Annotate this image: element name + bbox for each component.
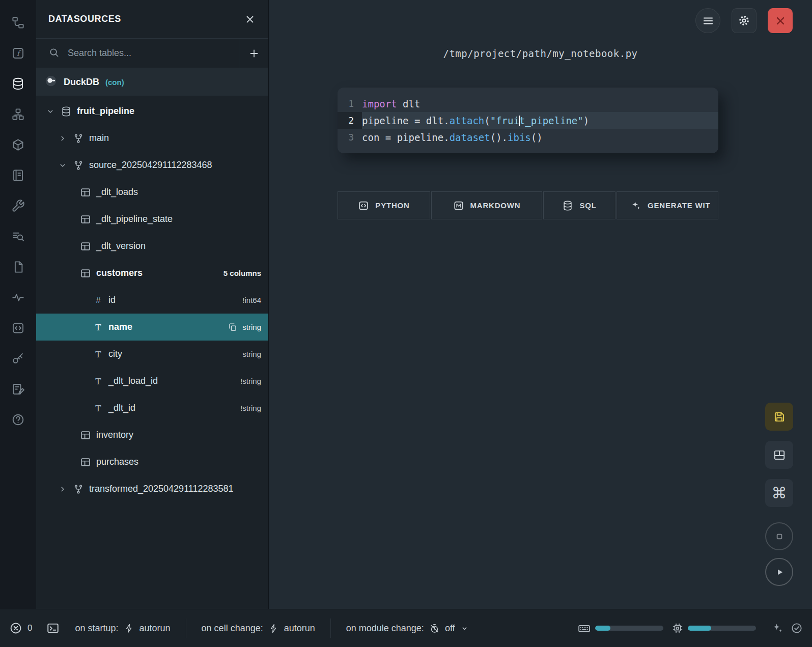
scratchpad-icon[interactable] bbox=[8, 379, 29, 399]
add-sql-cell-button[interactable]: SQL bbox=[543, 191, 615, 219]
table-icon bbox=[80, 268, 91, 279]
tree-row-table[interactable]: purchases bbox=[36, 448, 268, 475]
code-cell[interactable]: 1 import dlt 2 pipeline = dlt.attach("fr… bbox=[338, 88, 718, 153]
schema-icon bbox=[73, 133, 84, 144]
save-icon bbox=[773, 410, 786, 424]
close-panel-button[interactable] bbox=[244, 13, 256, 25]
stop-button[interactable] bbox=[765, 522, 793, 550]
lightning-icon bbox=[124, 623, 134, 634]
datasources-panel: DATASOURCES DuckDB (con) fruit_pi bbox=[36, 0, 269, 609]
logs-icon[interactable] bbox=[8, 226, 29, 246]
snippets-icon[interactable] bbox=[8, 318, 29, 338]
add-python-cell-button[interactable]: PYTHON bbox=[338, 191, 430, 219]
terminal-button[interactable] bbox=[46, 622, 60, 635]
connection-status-icon[interactable] bbox=[791, 622, 803, 634]
close-app-button[interactable] bbox=[768, 8, 793, 33]
tree-row-column[interactable]: T city string bbox=[36, 341, 268, 368]
add-cell-buttons: PYTHON MARKDOWN SQL GENERATE WIT bbox=[338, 191, 718, 219]
chevron-down-icon[interactable] bbox=[58, 160, 68, 171]
on-cell-change-setting[interactable]: on cell change: autorun bbox=[186, 623, 330, 634]
chevron-down-icon bbox=[460, 624, 469, 633]
connection-row[interactable]: DuckDB (con) bbox=[36, 68, 268, 96]
tree-row-column-selected[interactable]: T name string bbox=[36, 314, 268, 341]
on-startup-setting[interactable]: on startup: autorun bbox=[60, 623, 185, 634]
tree-label: main bbox=[89, 133, 109, 144]
floating-action-stack: ⌘ bbox=[765, 403, 793, 586]
code-line[interactable]: 3 con = pipeline.dataset().ibis() bbox=[338, 129, 718, 146]
on-module-change-value: off bbox=[445, 623, 455, 634]
tree-row-column[interactable]: T _dlt_id !string bbox=[36, 395, 268, 421]
sparkle-icon bbox=[630, 200, 641, 211]
schema-tree: fruit_pipeline main source_2025042911122… bbox=[36, 96, 268, 609]
search-icon bbox=[48, 47, 60, 60]
tree-row-database[interactable]: fruit_pipeline bbox=[36, 98, 268, 125]
tools-icon[interactable] bbox=[8, 195, 29, 216]
text-column-icon: T bbox=[93, 322, 103, 332]
functions-icon[interactable] bbox=[8, 43, 29, 63]
text-column-icon: T bbox=[93, 349, 103, 359]
datasources-icon[interactable] bbox=[8, 73, 29, 94]
tree-row-table[interactable]: _dlt_loads bbox=[36, 179, 268, 206]
duckdb-logo-icon bbox=[44, 74, 58, 90]
tree-row-column[interactable]: # id !int64 bbox=[36, 287, 268, 314]
error-indicator[interactable]: 0 bbox=[9, 622, 32, 635]
outline-icon[interactable] bbox=[8, 12, 29, 33]
add-markdown-cell-button[interactable]: MARKDOWN bbox=[431, 191, 542, 219]
dependency-graph-icon[interactable] bbox=[8, 104, 29, 124]
documentation-icon[interactable] bbox=[8, 165, 29, 185]
command-palette-button[interactable]: ⌘ bbox=[765, 479, 793, 507]
tree-label: customers bbox=[96, 268, 143, 278]
help-icon[interactable] bbox=[8, 409, 29, 430]
stop-icon bbox=[773, 530, 786, 543]
files-icon[interactable] bbox=[8, 257, 29, 277]
on-module-change-setting[interactable]: on module change: off bbox=[331, 623, 484, 634]
tree-label: _dlt_id bbox=[108, 403, 135, 413]
column-type: string bbox=[242, 350, 261, 358]
connection-name: DuckDB bbox=[64, 77, 99, 88]
tree-label: _dlt_load_id bbox=[108, 376, 158, 386]
table-icon bbox=[80, 187, 91, 198]
panel-title: DATASOURCES bbox=[48, 14, 121, 24]
generate-with-ai-button[interactable]: GENERATE WIT bbox=[617, 191, 718, 219]
layout-icon bbox=[773, 448, 786, 462]
tracing-icon[interactable] bbox=[8, 287, 29, 307]
tree-row-column[interactable]: T _dlt_load_id !string bbox=[36, 368, 268, 395]
status-bar: 0 on startup: autorun on cell change: au… bbox=[0, 609, 812, 647]
packages-icon[interactable] bbox=[8, 134, 29, 155]
code-line[interactable]: 1 import dlt bbox=[338, 95, 718, 112]
status-meters bbox=[577, 622, 803, 635]
tree-row-schema[interactable]: transformed_202504291112283581 bbox=[36, 475, 268, 502]
copy-icon[interactable] bbox=[228, 322, 238, 332]
menu-button[interactable] bbox=[695, 8, 720, 33]
tree-row-schema[interactable]: main bbox=[36, 125, 268, 152]
search-input[interactable] bbox=[67, 47, 234, 59]
chevron-down-icon[interactable] bbox=[45, 106, 55, 117]
timer-off-icon bbox=[429, 623, 440, 634]
tree-row-schema[interactable]: source_202504291112283468 bbox=[36, 152, 268, 179]
cpu-activity-meter bbox=[688, 626, 756, 631]
tree-row-table[interactable]: _dlt_pipeline_state bbox=[36, 206, 268, 233]
tree-row-table[interactable]: customers 5 columns bbox=[36, 260, 268, 287]
code-line-active[interactable]: 2 pipeline = dlt.attach("fruit_pipeline"… bbox=[338, 112, 718, 129]
settings-button[interactable] bbox=[732, 8, 757, 33]
tree-row-table[interactable]: _dlt_version bbox=[36, 233, 268, 260]
chevron-right-icon[interactable] bbox=[58, 133, 68, 144]
layout-button[interactable] bbox=[765, 441, 793, 469]
lightning-icon bbox=[268, 623, 279, 634]
notebook-file-path: /tmp/project/path/my_notebook.py bbox=[269, 48, 812, 59]
run-button[interactable] bbox=[765, 558, 793, 586]
add-datasource-button[interactable] bbox=[239, 39, 268, 68]
tree-row-table[interactable]: inventory bbox=[36, 421, 268, 448]
table-icon bbox=[80, 430, 91, 441]
secrets-icon[interactable] bbox=[8, 348, 29, 369]
chevron-right-icon[interactable] bbox=[58, 484, 68, 494]
save-button[interactable] bbox=[765, 403, 793, 431]
markdown-icon bbox=[453, 200, 464, 211]
schema-icon bbox=[73, 484, 84, 495]
tree-label: fruit_pipeline bbox=[77, 106, 134, 117]
notebook-area: /tmp/project/path/my_notebook.py 1 impor… bbox=[269, 0, 812, 609]
database-icon bbox=[562, 200, 573, 211]
schema-icon bbox=[73, 160, 84, 171]
ai-sparkle-icon[interactable] bbox=[771, 622, 783, 634]
keyboard-activity-meter bbox=[595, 626, 663, 631]
